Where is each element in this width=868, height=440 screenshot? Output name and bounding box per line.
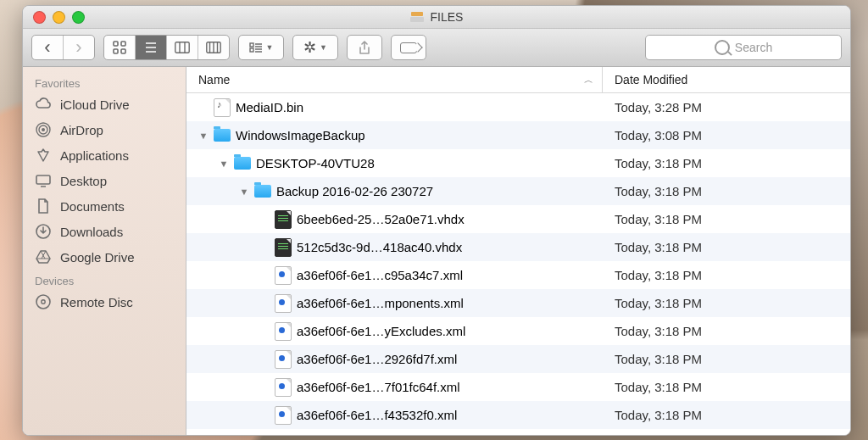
file-name: a36ef06f-6e1…f43532f0.xml xyxy=(297,408,457,422)
search-icon xyxy=(715,40,730,55)
close-button[interactable] xyxy=(33,11,46,24)
chevron-down-icon: ▼ xyxy=(320,43,327,52)
back-button[interactable]: ‹ xyxy=(32,36,64,59)
column-name-label: Name xyxy=(198,73,230,86)
sidebar-item-desktop[interactable]: Desktop xyxy=(23,168,186,193)
sidebar-item-remote-disc[interactable]: Remote Disc xyxy=(23,289,186,315)
disclosure-triangle[interactable]: ▼ xyxy=(219,159,229,169)
minimize-button[interactable] xyxy=(53,11,65,24)
disclosure-triangle[interactable]: ▼ xyxy=(239,187,249,197)
file-rows: MediaID.binToday, 3:28 PM▼WindowsImageBa… xyxy=(186,93,850,436)
file-date: Today, 3:28 PM xyxy=(603,100,850,114)
sidebar-item-documents[interactable]: Documents xyxy=(23,193,186,219)
tags-button[interactable] xyxy=(391,35,426,60)
action-button[interactable]: ✲ ▼ xyxy=(292,35,338,60)
file-date: Today, 3:18 PM xyxy=(603,380,850,394)
vhdx-icon xyxy=(275,210,292,229)
finder-window: FILES ‹ › ▼ ✲ ▼ xyxy=(22,5,851,436)
forward-button[interactable]: › xyxy=(64,36,94,59)
columns-icon xyxy=(175,42,190,53)
file-row[interactable]: a36ef06f-6e1…mponents.xmlToday, 3:18 PM xyxy=(186,289,850,317)
file-name: Backup 2016-02-26 230727 xyxy=(276,184,433,198)
file-row[interactable]: 6beeb6ed-25…52a0e71.vhdxToday, 3:18 PM xyxy=(186,205,850,233)
toolbar: ‹ › ▼ ✲ ▼ xyxy=(23,29,850,67)
sidebar-item-label: Documents xyxy=(60,199,125,214)
file-name: MediaID.bin xyxy=(236,100,303,114)
sidebar-item-label: AirDrop xyxy=(60,123,103,137)
column-header-name[interactable]: Name ︿ xyxy=(186,73,602,86)
sidebar-item-label: Remote Disc xyxy=(60,295,133,309)
svg-rect-14 xyxy=(250,43,253,47)
file-name: a36ef06f-6e1…c95a34c7.xml xyxy=(297,268,463,282)
disclosure-triangle[interactable]: ▼ xyxy=(198,131,209,141)
vhdx-icon xyxy=(275,238,292,257)
view-gallery-button[interactable] xyxy=(198,36,229,59)
file-row[interactable]: ▼WindowsImageBackupToday, 3:08 PM xyxy=(186,121,850,149)
file-date: Today, 3:18 PM xyxy=(603,156,850,170)
file-row[interactable]: a36ef06f-6e1…c95a34c7.xmlToday, 3:18 PM xyxy=(186,261,850,289)
file-row[interactable]: 512c5d3c-9d…418ac40.vhdxToday, 3:18 PM xyxy=(186,233,850,261)
file-row[interactable]: ▼Backup 2016-02-26 230727Today, 3:18 PM xyxy=(186,177,850,205)
column-header-date[interactable]: Date Modified xyxy=(603,73,850,86)
file-row[interactable]: a36ef06f-6e1…f43532f0.xmlToday, 3:18 PM xyxy=(186,401,850,429)
sidebar-item-airdrop[interactable]: AirDrop xyxy=(23,117,186,142)
view-list-button[interactable] xyxy=(136,36,167,59)
window-title: FILES xyxy=(23,10,850,24)
folder-icon xyxy=(254,185,271,198)
view-columns-button[interactable] xyxy=(167,36,198,59)
svg-rect-15 xyxy=(250,48,253,52)
file-row[interactable]: ▼DESKTOP-40VTU28Today, 3:18 PM xyxy=(186,149,850,177)
cloud-icon xyxy=(35,96,52,113)
view-icons-button[interactable] xyxy=(104,36,136,59)
gear-icon: ✲ xyxy=(303,38,316,57)
sidebar-item-applications[interactable]: Applications xyxy=(23,142,186,168)
file-name: a36ef06f-6e1…7f01fc64f.xml xyxy=(297,380,460,394)
svg-rect-3 xyxy=(121,49,125,53)
window-controls xyxy=(23,11,85,24)
airdrop-icon xyxy=(35,121,52,138)
sidebar-item-label: Desktop xyxy=(60,174,107,188)
file-row[interactable]: MediaID.binToday, 3:28 PM xyxy=(186,93,850,121)
svg-point-26 xyxy=(36,295,50,309)
file-name: a36ef06f-6e1…mponents.xml xyxy=(297,296,464,310)
svg-rect-1 xyxy=(121,42,125,46)
svg-rect-2 xyxy=(114,49,118,53)
disc-icon xyxy=(35,293,52,310)
file-date: Today, 3:18 PM xyxy=(603,324,850,338)
file-row[interactable]: a36ef06f-6e1…7f01fc64f.xmlToday, 3:18 PM xyxy=(186,373,850,401)
share-icon xyxy=(359,41,370,55)
xml-icon xyxy=(275,350,292,369)
svg-rect-23 xyxy=(36,175,50,184)
file-date: Today, 3:18 PM xyxy=(603,352,850,366)
sidebar-item-icloud-drive[interactable]: iCloud Drive xyxy=(23,92,186,117)
file-row[interactable]: a36ef06f-6e1…yExcludes.xmlToday, 3:18 PM xyxy=(186,317,850,345)
xml-icon xyxy=(275,322,292,341)
svg-point-20 xyxy=(42,128,45,131)
view-switcher xyxy=(103,35,230,60)
xml-icon xyxy=(275,406,292,425)
apps-icon xyxy=(35,147,52,164)
sidebar-item-google-drive[interactable]: Google Drive xyxy=(23,244,186,270)
file-date: Today, 3:18 PM xyxy=(603,296,850,310)
zoom-button[interactable] xyxy=(72,11,85,24)
sidebar-header: Devices xyxy=(23,270,186,289)
share-button[interactable] xyxy=(347,35,382,60)
sidebar-item-label: iCloud Drive xyxy=(60,97,130,112)
coverflow-icon xyxy=(206,42,221,53)
sidebar-item-label: Google Drive xyxy=(60,250,135,265)
docs-icon xyxy=(35,198,52,214)
folder-icon xyxy=(234,157,251,170)
downloads-icon xyxy=(35,223,52,240)
file-name: 512c5d3c-9d…418ac40.vhdx xyxy=(297,240,462,254)
sidebar-header: Favorites xyxy=(23,72,186,92)
window-title-text: FILES xyxy=(431,10,464,24)
file-name: WindowsImageBackup xyxy=(236,128,365,142)
arrange-button[interactable]: ▼ xyxy=(238,35,284,60)
titlebar[interactable]: FILES xyxy=(23,6,850,29)
sidebar-item-downloads[interactable]: Downloads xyxy=(23,219,186,244)
file-row[interactable]: a36ef06f-6e1…2926fd7f.xmlToday, 3:18 PM xyxy=(186,345,850,373)
svg-rect-0 xyxy=(114,42,118,46)
search-field[interactable]: Search xyxy=(645,35,842,60)
file-date: Today, 3:18 PM xyxy=(603,268,850,282)
file-date: Today, 3:18 PM xyxy=(603,240,850,254)
